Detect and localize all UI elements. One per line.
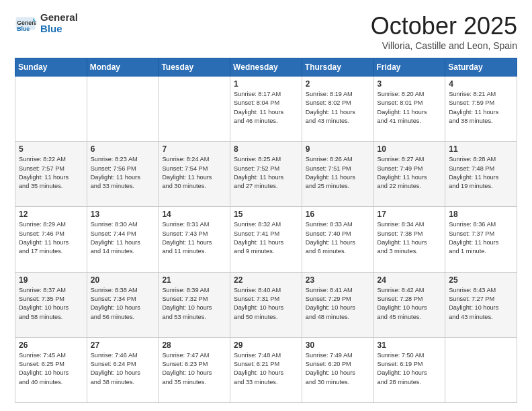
- day-cell-24: 24Sunrise: 8:42 AMSunset: 7:28 PMDayligh…: [373, 272, 445, 337]
- day-info: Sunrise: 8:36 AMSunset: 7:37 PMDaylight:…: [449, 220, 513, 256]
- subtitle: Villoria, Castille and Leon, Spain: [371, 40, 517, 51]
- day-number: 2: [306, 79, 370, 89]
- day-cell-1: 1Sunrise: 8:17 AMSunset: 8:04 PMDaylight…: [230, 77, 302, 142]
- day-cell-23: 23Sunrise: 8:41 AMSunset: 7:29 PMDayligh…: [302, 272, 373, 337]
- title-block: October 2025 Villoria, Castille and Leon…: [371, 12, 517, 51]
- day-number: 9: [306, 144, 370, 154]
- day-info: Sunrise: 8:22 AMSunset: 7:57 PMDaylight:…: [19, 155, 83, 191]
- day-info: Sunrise: 8:32 AMSunset: 7:41 PMDaylight:…: [234, 220, 298, 256]
- day-info: Sunrise: 8:30 AMSunset: 7:44 PMDaylight:…: [91, 220, 155, 256]
- day-cell-8: 8Sunrise: 8:25 AMSunset: 7:52 PMDaylight…: [230, 142, 302, 207]
- day-cell-12: 12Sunrise: 8:29 AMSunset: 7:46 PMDayligh…: [15, 207, 87, 272]
- day-cell-30: 30Sunrise: 7:49 AMSunset: 6:20 PMDayligh…: [302, 337, 373, 402]
- day-number: 7: [162, 144, 226, 154]
- day-number: 24: [378, 275, 442, 285]
- day-number: 15: [234, 210, 298, 219]
- page: General Blue General Blue October 2025 V…: [0, 0, 532, 411]
- logo-general-text: General: [40, 12, 78, 24]
- day-info: Sunrise: 8:28 AMSunset: 7:48 PMDaylight:…: [449, 155, 513, 191]
- logo-text: General Blue: [40, 12, 78, 34]
- day-cell-25: 25Sunrise: 8:43 AMSunset: 7:27 PMDayligh…: [445, 272, 517, 337]
- day-info: Sunrise: 8:33 AMSunset: 7:40 PMDaylight:…: [306, 220, 370, 256]
- day-info: Sunrise: 8:42 AMSunset: 7:28 PMDaylight:…: [378, 286, 442, 322]
- day-cell-20: 20Sunrise: 8:38 AMSunset: 7:34 PMDayligh…: [87, 272, 159, 337]
- week-row-4: 19Sunrise: 8:37 AMSunset: 7:35 PMDayligh…: [15, 272, 517, 337]
- calendar-table: SundayMondayTuesdayWednesdayThursdayFrid…: [15, 58, 517, 403]
- day-number: 3: [378, 79, 442, 89]
- day-cell-21: 21Sunrise: 8:39 AMSunset: 7:32 PMDayligh…: [159, 272, 230, 337]
- day-info: Sunrise: 8:23 AMSunset: 7:56 PMDaylight:…: [91, 155, 155, 191]
- day-cell-29: 29Sunrise: 7:48 AMSunset: 6:21 PMDayligh…: [230, 337, 302, 402]
- week-row-1: 1Sunrise: 8:17 AMSunset: 8:04 PMDaylight…: [15, 77, 517, 142]
- day-info: Sunrise: 7:48 AMSunset: 6:21 PMDaylight:…: [234, 351, 298, 387]
- day-cell-16: 16Sunrise: 8:33 AMSunset: 7:40 PMDayligh…: [302, 207, 373, 272]
- day-info: Sunrise: 8:26 AMSunset: 7:51 PMDaylight:…: [306, 155, 370, 191]
- day-number: 1: [234, 79, 298, 89]
- weekday-header-monday: Monday: [87, 58, 159, 77]
- day-cell-19: 19Sunrise: 8:37 AMSunset: 7:35 PMDayligh…: [15, 272, 87, 337]
- week-row-5: 26Sunrise: 7:45 AMSunset: 6:25 PMDayligh…: [15, 337, 517, 402]
- day-info: Sunrise: 8:34 AMSunset: 7:38 PMDaylight:…: [378, 220, 442, 256]
- day-number: 25: [449, 275, 513, 285]
- weekday-header-wednesday: Wednesday: [230, 58, 302, 77]
- day-cell-18: 18Sunrise: 8:36 AMSunset: 7:37 PMDayligh…: [445, 207, 517, 272]
- day-number: 20: [91, 275, 155, 285]
- day-info: Sunrise: 8:21 AMSunset: 7:59 PMDaylight:…: [449, 90, 513, 126]
- day-info: Sunrise: 7:46 AMSunset: 6:24 PMDaylight:…: [91, 351, 155, 387]
- empty-cell: [159, 77, 230, 142]
- day-number: 12: [19, 210, 83, 219]
- day-number: 22: [234, 275, 298, 285]
- day-number: 6: [91, 144, 155, 154]
- day-info: Sunrise: 8:40 AMSunset: 7:31 PMDaylight:…: [234, 286, 298, 322]
- weekday-header-saturday: Saturday: [445, 58, 517, 77]
- logo: General Blue General Blue: [15, 12, 78, 34]
- day-number: 27: [91, 340, 155, 350]
- logo-blue-text: Blue: [40, 24, 78, 35]
- weekday-header-friday: Friday: [373, 58, 445, 77]
- header: General Blue General Blue October 2025 V…: [15, 12, 517, 51]
- day-cell-7: 7Sunrise: 8:24 AMSunset: 7:54 PMDaylight…: [159, 142, 230, 207]
- day-number: 11: [449, 144, 513, 154]
- svg-text:Blue: Blue: [17, 26, 30, 32]
- day-info: Sunrise: 8:38 AMSunset: 7:34 PMDaylight:…: [91, 286, 155, 322]
- day-cell-4: 4Sunrise: 8:21 AMSunset: 7:59 PMDaylight…: [445, 77, 517, 142]
- day-number: 18: [449, 210, 513, 219]
- day-number: 5: [19, 144, 83, 154]
- week-row-3: 12Sunrise: 8:29 AMSunset: 7:46 PMDayligh…: [15, 207, 517, 272]
- month-title: October 2025: [371, 12, 517, 40]
- day-cell-10: 10Sunrise: 8:27 AMSunset: 7:49 PMDayligh…: [373, 142, 445, 207]
- day-number: 29: [234, 340, 298, 350]
- day-number: 21: [162, 275, 226, 285]
- day-cell-26: 26Sunrise: 7:45 AMSunset: 6:25 PMDayligh…: [15, 337, 87, 402]
- day-info: Sunrise: 8:29 AMSunset: 7:46 PMDaylight:…: [19, 220, 83, 256]
- day-info: Sunrise: 7:50 AMSunset: 6:19 PMDaylight:…: [378, 351, 442, 387]
- empty-cell: [15, 77, 87, 142]
- day-number: 28: [162, 340, 226, 350]
- empty-cell: [87, 77, 159, 142]
- day-info: Sunrise: 8:17 AMSunset: 8:04 PMDaylight:…: [234, 90, 298, 126]
- day-number: 31: [378, 340, 442, 350]
- day-info: Sunrise: 8:31 AMSunset: 7:43 PMDaylight:…: [162, 220, 226, 256]
- weekday-header-thursday: Thursday: [302, 58, 373, 77]
- day-cell-6: 6Sunrise: 8:23 AMSunset: 7:56 PMDaylight…: [87, 142, 159, 207]
- day-info: Sunrise: 8:19 AMSunset: 8:02 PMDaylight:…: [306, 90, 370, 126]
- day-info: Sunrise: 7:47 AMSunset: 6:23 PMDaylight:…: [162, 351, 226, 387]
- day-number: 16: [306, 210, 370, 219]
- logo-icon: General Blue: [15, 13, 36, 34]
- day-info: Sunrise: 8:43 AMSunset: 7:27 PMDaylight:…: [449, 286, 513, 322]
- day-number: 14: [162, 210, 226, 219]
- day-cell-2: 2Sunrise: 8:19 AMSunset: 8:02 PMDaylight…: [302, 77, 373, 142]
- day-cell-5: 5Sunrise: 8:22 AMSunset: 7:57 PMDaylight…: [15, 142, 87, 207]
- day-info: Sunrise: 7:49 AMSunset: 6:20 PMDaylight:…: [306, 351, 370, 387]
- day-number: 19: [19, 275, 83, 285]
- day-cell-17: 17Sunrise: 8:34 AMSunset: 7:38 PMDayligh…: [373, 207, 445, 272]
- day-info: Sunrise: 8:41 AMSunset: 7:29 PMDaylight:…: [306, 286, 370, 322]
- day-number: 26: [19, 340, 83, 350]
- day-number: 10: [378, 144, 442, 154]
- day-info: Sunrise: 8:27 AMSunset: 7:49 PMDaylight:…: [378, 155, 442, 191]
- day-cell-15: 15Sunrise: 8:32 AMSunset: 7:41 PMDayligh…: [230, 207, 302, 272]
- day-cell-9: 9Sunrise: 8:26 AMSunset: 7:51 PMDaylight…: [302, 142, 373, 207]
- day-cell-11: 11Sunrise: 8:28 AMSunset: 7:48 PMDayligh…: [445, 142, 517, 207]
- empty-cell: [445, 337, 517, 402]
- weekday-header-row: SundayMondayTuesdayWednesdayThursdayFrid…: [15, 58, 517, 77]
